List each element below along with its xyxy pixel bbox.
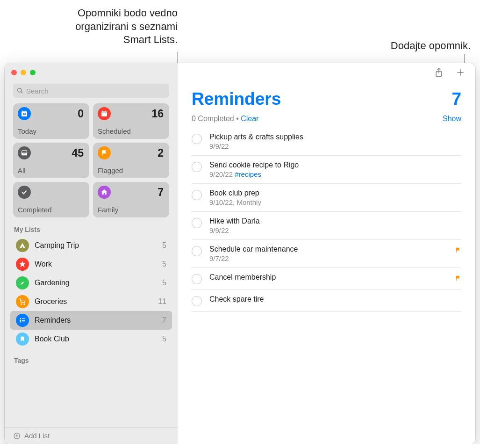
reminder-item[interactable]: Hike with Darla9/9/22 <box>192 212 461 240</box>
completed-status: 0 Completed • Clear <box>192 115 258 123</box>
svg-point-12 <box>20 318 21 319</box>
annotation-add-reminder: Dodajte opomnik. <box>391 40 471 52</box>
add-list-button[interactable]: Add List <box>5 427 178 444</box>
smart-all[interactable]: 45 All <box>13 143 89 178</box>
reminder-meta: 9/20/22 #recipes <box>209 170 461 178</box>
reminder-body: Send cookie recipe to Rigo9/20/22 #recip… <box>209 161 461 178</box>
reminder-title: Check spare tire <box>209 295 461 303</box>
reminder-item[interactable]: Pickup arts & crafts supplies9/9/22 <box>192 128 461 156</box>
reminder-item[interactable]: Send cookie recipe to Rigo9/20/22 #recip… <box>192 156 461 184</box>
reminder-item[interactable]: Check spare tire <box>192 290 461 312</box>
list-count: 5 <box>162 279 166 287</box>
reminder-tag[interactable]: #recipes <box>235 170 261 178</box>
reminder-title: Book club prep <box>209 189 461 197</box>
smart-scheduled-label: Scheduled <box>98 127 164 135</box>
show-button[interactable]: Show <box>443 115 461 123</box>
calendar-icon <box>98 107 111 120</box>
reminder-title: Cancel membership <box>209 273 455 282</box>
smart-all-count: 45 <box>72 147 84 159</box>
flag-icon <box>455 275 461 282</box>
close-button[interactable] <box>11 70 17 75</box>
svg-point-16 <box>20 321 21 323</box>
reminders-list: Pickup arts & crafts supplies9/9/22Send … <box>178 128 475 312</box>
page-title: Reminders <box>192 89 281 109</box>
reminder-title: Pickup arts & crafts supplies <box>209 133 461 141</box>
reminder-checkbox[interactable] <box>192 218 202 228</box>
reminder-checkbox[interactable] <box>192 246 202 256</box>
smart-scheduled-count: 16 <box>151 108 164 120</box>
list-count: 5 <box>162 241 166 250</box>
list-book-club[interactable]: Book Club 5 <box>10 330 172 348</box>
smart-today-label: Today <box>18 127 84 135</box>
reminder-body: Schedule car maintenance9/7/22 <box>209 245 455 262</box>
reminder-checkbox[interactable] <box>192 162 202 172</box>
flag-icon <box>455 247 461 253</box>
svg-text:18: 18 <box>23 113 26 116</box>
reminder-item[interactable]: Cancel membership <box>192 268 461 290</box>
smart-completed[interactable]: Completed <box>13 182 89 217</box>
reminder-title: Hike with Darla <box>209 217 461 225</box>
reminder-meta: 9/9/22 <box>209 142 461 150</box>
list-camping-trip[interactable]: Camping Trip 5 <box>10 236 172 255</box>
plus-circle-icon <box>13 432 21 440</box>
reminder-checkbox[interactable] <box>192 134 202 144</box>
page-count: 7 <box>451 89 461 109</box>
toolbar <box>178 63 475 82</box>
checkmark-circle-icon <box>18 186 31 199</box>
reminder-body: Hike with Darla9/9/22 <box>209 217 461 234</box>
svg-rect-13 <box>22 318 25 319</box>
sub-header: 0 Completed • Clear Show <box>178 113 475 128</box>
reminders-window: 18 0 Today 16 Scheduled <box>5 63 475 444</box>
list-gardening[interactable]: Gardening 5 <box>10 274 172 292</box>
svg-rect-17 <box>22 322 25 322</box>
list-label: Gardening <box>35 279 162 287</box>
list-work[interactable]: Work 5 <box>10 255 172 274</box>
list-bullet-icon <box>16 314 29 327</box>
svg-rect-9 <box>106 110 106 112</box>
list-label: Camping Trip <box>35 241 162 250</box>
reminder-title: Schedule car maintenance <box>209 245 455 253</box>
reminder-checkbox[interactable] <box>192 274 202 284</box>
share-button[interactable] <box>433 67 444 78</box>
svg-rect-8 <box>102 110 103 112</box>
reminder-meta: 9/9/22 <box>209 226 461 234</box>
leaf-icon <box>16 276 29 289</box>
smart-scheduled[interactable]: 16 Scheduled <box>93 103 169 139</box>
reminder-item[interactable]: Book club prep9/10/22, Monthly <box>192 184 461 212</box>
list-count: 5 <box>162 335 166 343</box>
search-icon <box>17 87 23 94</box>
svg-point-14 <box>20 320 21 321</box>
clear-button[interactable]: Clear <box>241 115 258 123</box>
smart-completed-label: Completed <box>18 206 84 214</box>
list-count: 5 <box>162 260 166 268</box>
sidebar: 18 0 Today 16 Scheduled <box>5 63 178 444</box>
reminder-checkbox[interactable] <box>192 296 202 306</box>
minimize-button[interactable] <box>21 70 26 75</box>
add-reminder-button[interactable] <box>455 67 466 78</box>
list-label: Groceries <box>35 297 158 306</box>
tray-icon <box>18 146 31 159</box>
svg-rect-3 <box>22 110 23 112</box>
window-controls <box>5 63 178 82</box>
reminder-item[interactable]: Schedule car maintenance9/7/22 <box>192 240 461 268</box>
list-groceries[interactable]: Groceries 11 <box>10 292 172 311</box>
list-label: Book Club <box>35 335 162 343</box>
tags-area <box>5 367 178 376</box>
reminder-body: Cancel membership <box>209 273 455 282</box>
search-input[interactable] <box>26 87 165 95</box>
annotation-smart-lists: Opomniki bodo vedno organizirani s sezna… <box>47 7 178 47</box>
list-reminders[interactable]: Reminders 7 <box>10 311 172 330</box>
main-content: Reminders 7 0 Completed • Clear Show Pic… <box>178 63 475 444</box>
tags-header: Tags <box>5 348 178 367</box>
smart-today[interactable]: 18 0 Today <box>13 103 89 139</box>
search-box[interactable] <box>13 84 169 98</box>
cart-icon <box>16 295 29 308</box>
smart-flagged[interactable]: 2 Flagged <box>93 143 169 178</box>
smart-family[interactable]: 7 Family <box>93 182 169 217</box>
main-header: Reminders 7 <box>178 82 475 113</box>
reminder-checkbox[interactable] <box>192 190 202 200</box>
svg-point-11 <box>24 303 25 304</box>
maximize-button[interactable] <box>30 70 36 75</box>
reminder-body: Pickup arts & crafts supplies9/9/22 <box>209 133 461 150</box>
svg-rect-4 <box>26 110 26 112</box>
